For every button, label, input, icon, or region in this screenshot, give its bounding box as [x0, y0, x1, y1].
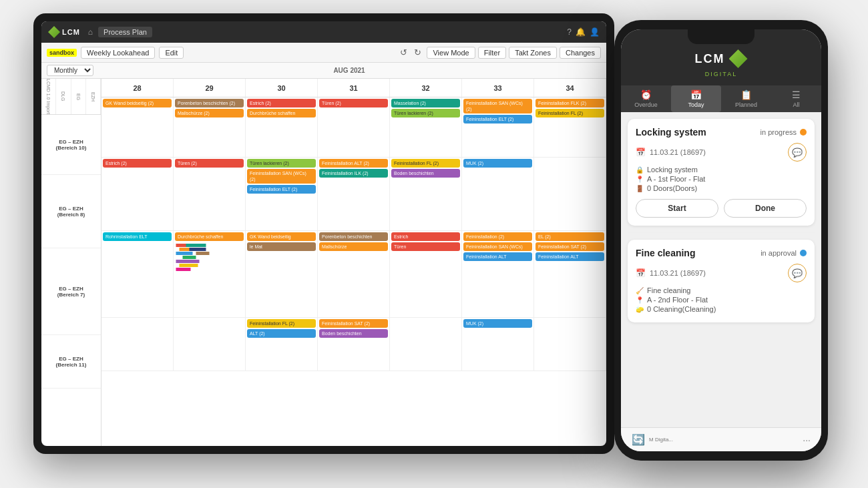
help-icon[interactable]: ?	[567, 27, 572, 37]
task-info-text-3-locking: 0 Doors(Doors)	[647, 184, 697, 192]
takt-zones-btn[interactable]: Takt Zones	[509, 47, 557, 59]
task-chip[interactable]: Feininstallation FL (2)	[247, 319, 316, 328]
task-chip[interactable]: Feininstallation SAN (WCs)	[463, 242, 532, 251]
task-chip[interactable]: Feininstallation SAT (2)	[319, 319, 388, 328]
task-chip[interactable]: Türen	[391, 242, 460, 251]
phone-screen: LCM DIGITAL ⏰ Overdue 📅 Today 📋 Planned	[621, 29, 821, 451]
task-chip[interactable]: Porenbeton beschichten	[319, 232, 388, 241]
changes-btn[interactable]: Changes	[560, 47, 601, 59]
cell-10-28: GK Wand beidseitig (2)	[101, 97, 174, 157]
task-chip[interactable]: Feininstallation ELT (2)	[463, 115, 532, 124]
chat-icon-locking[interactable]: 💬	[788, 143, 807, 162]
grid-header: 28 29 30 31 32 33 34	[101, 79, 606, 97]
task-chip[interactable]: Mallschürze (2)	[175, 109, 244, 117]
task-chip[interactable]: Estrich (2)	[247, 99, 316, 107]
task-chip[interactable]: Feininstallation SAN (WCs) (2)	[247, 169, 316, 184]
task-chip[interactable]: MUK (2)	[463, 159, 532, 168]
more-dots[interactable]: ···	[803, 435, 811, 445]
month-selector[interactable]: Monthly	[47, 65, 93, 76]
task-card-header-cleaning: Fine cleaning in approval	[636, 248, 807, 258]
row-label-10: EG – EZH(Bereich 10)	[41, 115, 101, 175]
task-chip[interactable]: Feininstallation FL (2)	[535, 109, 604, 117]
task-info-text-2-locking: A - 1st Floor - Flat	[647, 175, 705, 183]
cell-8-28: Estrich (2)	[101, 158, 174, 230]
task-chip[interactable]: MUK (2)	[463, 319, 532, 328]
task-info-text-2-cleaning: A - 2nd Floor - Flat	[647, 296, 708, 304]
redo-icon[interactable]: ↻	[413, 47, 423, 57]
svg-rect-6	[176, 268, 191, 271]
task-chip[interactable]: Estrich (2)	[103, 159, 172, 168]
grid-body: GK Wand beidseitig (2) Porenbeton beschi…	[101, 97, 606, 371]
location-icon-2: 📍	[636, 296, 644, 304]
undo-icon[interactable]: ↺	[399, 47, 409, 57]
task-info-text-1-cleaning: Fine cleaning	[647, 286, 690, 294]
task-chip[interactable]: Masselation (2)	[391, 99, 460, 107]
task-chip[interactable]: ALT (2)	[247, 329, 316, 338]
task-chip[interactable]: Boden beschichten	[391, 169, 460, 178]
task-chip[interactable]: GK Wand beidseitig	[247, 232, 316, 241]
tablet-device: LCM ⌂ Process Plan ? 🔔 👤 sandbox Weekly …	[33, 13, 614, 467]
home-icon[interactable]: ⌂	[88, 27, 93, 37]
svg-rect-2	[176, 252, 193, 255]
task-chip[interactable]: Feininstallation ALT (2)	[319, 159, 388, 168]
tab-overdue[interactable]: ⏰ Overdue	[621, 85, 671, 112]
tab-planned[interactable]: 📋 Planned	[721, 85, 771, 112]
col-31: 31	[318, 79, 390, 97]
calendar-icon-locking: 📅	[636, 148, 646, 157]
cell-8-34	[534, 158, 606, 230]
task-chip[interactable]: Türen (2)	[175, 159, 244, 168]
task-chip[interactable]: Mallschürze	[319, 242, 388, 251]
task-chip[interactable]: Estrich	[391, 232, 460, 241]
task-chip[interactable]: Boden beschichten	[319, 329, 388, 338]
task-chip[interactable]: Feininstallation ILK (2)	[319, 169, 388, 178]
tab-all[interactable]: ☰ All	[771, 85, 821, 112]
task-chip[interactable]: Feininstallation ALT	[463, 252, 532, 261]
task-chip[interactable]: Durchbrüche schaffen	[247, 109, 316, 117]
phone-logo: LCM	[695, 49, 748, 68]
task-card-header-locking: Locking system in progress	[636, 127, 807, 138]
notification-icon[interactable]: 🔔	[576, 27, 586, 37]
task-chip[interactable]: Feininstallation FLK (2)	[535, 99, 604, 107]
calendar-grid: 28 29 30 31 32 33 34 GK Wand beidsei	[101, 79, 606, 446]
task-date-row-locking: 📅 11.03.21 (18697) 💬	[636, 143, 807, 162]
task-chip[interactable]: Durchbrüche schaffen	[175, 232, 244, 241]
view-mode-btn[interactable]: View Mode	[427, 47, 475, 59]
task-chip[interactable]: Feininstallation ALT	[535, 252, 604, 261]
task-chip[interactable]: Feininstallation (2)	[463, 232, 532, 241]
task-actions-locking: Start Done	[636, 199, 807, 218]
grid-row-10: GK Wand beidseitig (2) Porenbeton beschi…	[101, 97, 606, 158]
phone-device: LCM DIGITAL ⏰ Overdue 📅 Today 📋 Planned	[614, 20, 828, 461]
status-label-locking: in progress	[761, 128, 797, 136]
tablet-toolbar: sandbox Weekly Lookahead Edit ↺ ↻ View M…	[41, 43, 606, 63]
refresh-icon[interactable]: 🔄	[632, 433, 645, 446]
process-plan-tab[interactable]: Process Plan	[98, 27, 152, 37]
task-info-2-locking: 📍 A - 1st Floor - Flat	[636, 175, 807, 183]
task-chip[interactable]: Rohrinstallation ELT	[103, 232, 172, 241]
task-chip[interactable]: Porenbeton beschichten (2)	[175, 99, 244, 107]
task-chip[interactable]: GK Wand beidseitig (2)	[103, 99, 172, 107]
filter-btn[interactable]: Filter	[478, 47, 506, 59]
task-chip[interactable]: Türen lackieren (2)	[391, 109, 460, 117]
task-chip[interactable]: Türen (2)	[319, 99, 388, 107]
start-button-locking[interactable]: Start	[636, 199, 718, 218]
planned-icon: 📋	[740, 89, 752, 100]
task-chip[interactable]: le Mat	[247, 242, 316, 251]
task-chip[interactable]: Feininstallation SAT (2)	[535, 242, 604, 251]
task-chip[interactable]: Feininstallation SAN (WCs) (2)	[463, 99, 532, 113]
done-button-locking[interactable]: Done	[724, 199, 807, 218]
tab-today[interactable]: 📅 Today	[671, 85, 721, 112]
task-chip[interactable]: EL (2)	[535, 232, 604, 241]
user-icon[interactable]: 👤	[590, 27, 600, 37]
cell-10-30: Estrich (2) Durchbrüche schaffen	[246, 97, 318, 157]
broom-icon: 🧹	[636, 287, 644, 294]
task-chip[interactable]: Feininstallation ELT (2)	[247, 185, 316, 194]
chat-icon-cleaning[interactable]: 💬	[788, 264, 807, 282]
cell-10-33: Feininstallation SAN (WCs) (2) Feininsta…	[462, 97, 534, 157]
edit-btn[interactable]: Edit	[159, 47, 184, 59]
col-33: 33	[462, 79, 534, 97]
weekly-lookahead-btn[interactable]: Weekly Lookahead	[81, 47, 155, 59]
status-label-cleaning: in approval	[761, 249, 797, 257]
task-chip[interactable]: Türen lackieren (2)	[247, 159, 316, 168]
task-chip[interactable]: Feininstallation FL (2)	[391, 159, 460, 168]
task-title-locking: Locking system	[636, 127, 706, 138]
